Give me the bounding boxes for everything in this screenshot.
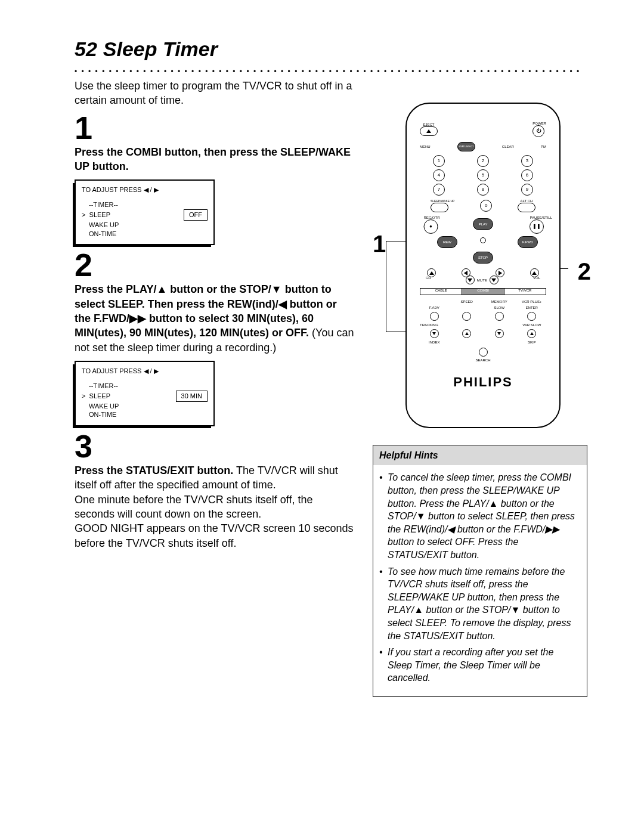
cable-segment[interactable]: CABLE bbox=[420, 288, 462, 295]
instructions-column: Use the sleep timer to program the TV/VC… bbox=[75, 79, 355, 697]
brand-logo: PHILIPS bbox=[420, 373, 546, 391]
key-6[interactable]: 6 bbox=[521, 169, 533, 181]
combi-segment[interactable]: COMBI bbox=[462, 288, 504, 295]
mode-bar: CABLE COMBI TV/VCR bbox=[420, 288, 546, 295]
key-7[interactable]: 7 bbox=[433, 184, 445, 196]
altch-button[interactable] bbox=[518, 203, 535, 212]
step-2-text: Press the PLAY/▲ button or the STOP/▼ bu… bbox=[75, 282, 355, 354]
osd-header-2: TO ADJUST PRESS ◀ / ▶ bbox=[82, 367, 208, 376]
hint-3: If you start a recording after you set t… bbox=[379, 646, 580, 685]
left-icon bbox=[464, 271, 467, 275]
rew-button[interactable]: REW bbox=[437, 236, 457, 248]
altch-label: ALT CH bbox=[518, 199, 535, 203]
up-icon-2 bbox=[532, 271, 537, 275]
memory-label: MEMORY bbox=[485, 300, 514, 304]
osd-wakeup: WAKE UP bbox=[82, 221, 208, 230]
clear-label: CLEAR bbox=[502, 145, 514, 148]
search-button[interactable] bbox=[479, 348, 488, 357]
speed-button[interactable] bbox=[462, 312, 471, 321]
callout-1: 1 bbox=[373, 228, 386, 260]
osd-value-30min: 30 MIN bbox=[176, 391, 208, 402]
osd-caret-2: > bbox=[82, 392, 85, 400]
step-2-number: 2 bbox=[75, 249, 355, 281]
hint-2: To see how much time remains before the … bbox=[379, 565, 580, 643]
up-icon-4 bbox=[530, 332, 534, 335]
osd-ontime: ON-TIME bbox=[82, 230, 208, 239]
step-3-extra-2: GOOD NIGHT appears on the TV/VCR screen … bbox=[75, 521, 355, 550]
tracking-up-button[interactable] bbox=[462, 329, 471, 338]
osd-ontime-2: ON-TIME bbox=[82, 410, 208, 419]
key-1[interactable]: 1 bbox=[433, 155, 445, 167]
key-2[interactable]: 2 bbox=[477, 155, 489, 167]
down-icon-2 bbox=[491, 278, 496, 282]
pause-still-label: PAUSE/STILL bbox=[530, 216, 552, 219]
osd-timer-label: --TIMER-- bbox=[82, 200, 208, 209]
step-3-extra-1: One minute before the TV/VCR shuts itsel… bbox=[75, 493, 355, 522]
down-icon-4 bbox=[497, 332, 501, 335]
slow-button[interactable] bbox=[495, 312, 504, 321]
page-title: Sleep Timer bbox=[103, 36, 218, 63]
osd-timer-label-2: --TIMER-- bbox=[82, 382, 208, 391]
key-9[interactable]: 9 bbox=[521, 184, 533, 196]
play-button[interactable]: PLAY bbox=[473, 218, 493, 230]
varslow-down-button[interactable] bbox=[495, 329, 504, 338]
slow-label: SLOW bbox=[485, 306, 514, 309]
key-5[interactable]: 5 bbox=[477, 169, 489, 181]
osd-screen-1: TO ADJUST PRESS ◀ / ▶ --TIMER-- > SLEEP … bbox=[75, 179, 215, 245]
varslow-label: VAR.SLOW bbox=[518, 323, 547, 327]
key-8[interactable]: 8 bbox=[477, 184, 489, 196]
callout-2: 2 bbox=[578, 255, 591, 287]
hint-1: To cancel the sleep timer, press the COM… bbox=[379, 471, 580, 561]
ch-down-button[interactable] bbox=[466, 275, 475, 284]
enter-button[interactable] bbox=[527, 312, 536, 321]
fadv-label: F.ADV bbox=[420, 306, 449, 309]
ffwd-button[interactable]: F.FWD bbox=[518, 236, 538, 248]
mute-label: MUTE bbox=[477, 278, 487, 283]
vcrplus-label: VCR PLUS+ bbox=[518, 300, 547, 304]
tracking-label: TRACKING bbox=[420, 323, 481, 327]
helpful-hints-box: Helpful Hints To cancel the sleep timer,… bbox=[373, 445, 587, 697]
speed-label: SPEED bbox=[453, 300, 482, 304]
down-icon-3 bbox=[432, 332, 436, 335]
osd-header: TO ADJUST PRESS ◀ / ▶ bbox=[82, 185, 208, 194]
up-icon bbox=[429, 271, 434, 275]
power-button[interactable]: ⏻ bbox=[532, 125, 544, 137]
function-grid: SPEEDMEMORYVCR PLUS+ F.ADVSLOWENTER TRAC… bbox=[420, 300, 546, 344]
eject-label: EJECT bbox=[420, 123, 438, 126]
sleep-wake-label: SLEEP/WAKE UP bbox=[431, 200, 454, 203]
rec-otr-button[interactable]: ● bbox=[424, 219, 438, 234]
page-header: 52 Sleep Timer bbox=[75, 36, 581, 63]
eject-button[interactable] bbox=[420, 126, 438, 136]
step-3-number: 3 bbox=[75, 430, 355, 462]
up-icon-3 bbox=[465, 332, 469, 335]
ch-label: CH bbox=[426, 275, 431, 284]
eject-icon bbox=[426, 129, 431, 133]
key-0[interactable]: 0 bbox=[480, 200, 492, 212]
vol-label: VOL bbox=[533, 275, 540, 284]
vol-down-button[interactable] bbox=[490, 275, 499, 284]
sleep-wake-button[interactable] bbox=[431, 203, 448, 212]
osd-value-off: OFF bbox=[184, 209, 208, 221]
remote-control: EJECT POWER⏻ MENU STATUS/EXIT CLEAR PM 1… bbox=[405, 103, 561, 428]
fadv-button[interactable] bbox=[430, 312, 439, 321]
stop-button[interactable]: STOP bbox=[473, 252, 493, 264]
step-3-text: Press the STATUS/EXIT button. The TV/VCR… bbox=[75, 463, 355, 493]
search-label: SEARCH bbox=[475, 358, 490, 362]
pause-still-button[interactable]: ❚❚ bbox=[530, 219, 544, 234]
right-column: 3 1 2 EJECT POWER⏻ MENU STATUS/EXIT CLEA… bbox=[373, 79, 587, 697]
center-dot bbox=[480, 237, 486, 243]
step-1-text: Press the COMBI button, then press the S… bbox=[75, 145, 355, 174]
varslow-up-button[interactable] bbox=[527, 329, 536, 338]
tracking-down-button[interactable] bbox=[430, 329, 439, 338]
intro-text: Use the sleep timer to program the TV/VC… bbox=[75, 79, 355, 108]
key-3[interactable]: 3 bbox=[521, 155, 533, 167]
transport-cluster: REC/OTR● PLAY PAUSE/STILL❚❚ REW F.FWD ST… bbox=[420, 216, 546, 284]
power-label: POWER bbox=[532, 122, 546, 125]
status-exit-button[interactable]: STATUS/EXIT bbox=[457, 142, 475, 151]
osd-sleep-2: SLEEP bbox=[89, 392, 110, 400]
key-4[interactable]: 4 bbox=[433, 169, 445, 181]
right-icon bbox=[499, 271, 502, 275]
remote-wrap: 3 1 2 EJECT POWER⏻ MENU STATUS/EXIT CLEA… bbox=[379, 103, 587, 428]
tvvcr-segment[interactable]: TV/VCR bbox=[504, 288, 546, 295]
down-icon bbox=[467, 278, 472, 282]
